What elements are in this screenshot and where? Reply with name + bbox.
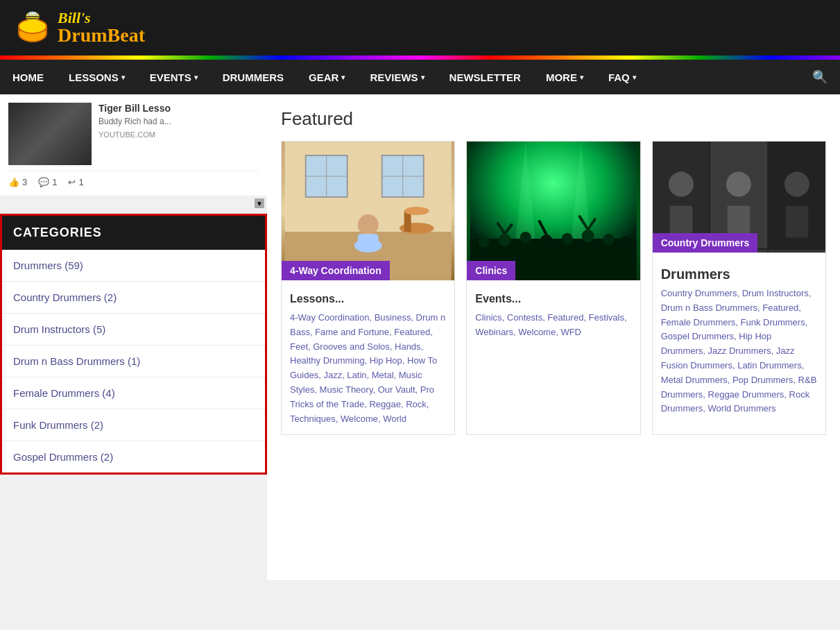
nav-lessons[interactable]: LESSONS ▾ (56, 62, 137, 93)
main-content: Featured (267, 94, 840, 580)
preview-text: Tiger Bill Lesso Buddy Rich had a... YOU… (98, 103, 259, 165)
svg-point-36 (622, 236, 631, 246)
like-button[interactable]: 👍 3 (8, 177, 27, 187)
chevron-down-icon: ▾ (121, 74, 125, 81)
content-wrapper: Tiger Bill Lesso Buddy Rich had a... YOU… (0, 94, 840, 580)
svg-point-19 (358, 214, 379, 235)
logo[interactable]: Bill's DrumBeat (14, 7, 145, 49)
category-item-drum-n-bass[interactable]: Drum n Bass Drummers (1) (2, 346, 265, 377)
categories-list: Drummers (59) Country Drummers (2) Drum … (2, 250, 265, 472)
chevron-down-icon: ▾ (421, 74, 425, 81)
svg-point-49 (785, 172, 809, 197)
collage-cell-2 (710, 142, 767, 248)
nav-gear[interactable]: GEAR ▾ (296, 62, 357, 93)
preview-actions: 👍 3 💬 1 ↩ 1 (8, 171, 259, 187)
svg-point-31 (520, 232, 531, 243)
svg-point-29 (479, 237, 490, 248)
svg-point-46 (726, 172, 751, 197)
categories-box: CATEGORIES Drummers (59) Country Drummer… (0, 214, 267, 475)
collage-cell-6 (769, 250, 825, 253)
nav-newsletter[interactable]: NEWSLETTER (437, 62, 533, 93)
svg-point-34 (582, 230, 594, 242)
svg-point-35 (603, 234, 615, 245)
category-item-funk-drummers[interactable]: Funk Drummers (2) (2, 409, 265, 441)
card-badge-lessons: 4-Way Coordination (282, 261, 390, 280)
card-badge-drummers: Country Drummers (653, 233, 758, 253)
card-image-events: Clinics (467, 142, 640, 280)
preview-card: Tiger Bill Lesso Buddy Rich had a... YOU… (0, 94, 267, 196)
preview-description: Buddy Rich had a... (98, 117, 259, 126)
search-icon: 🔍 (812, 70, 828, 84)
svg-point-30 (499, 234, 511, 246)
featured-card-lessons: 4-Way Coordination Lessons... 4-Way Coor… (281, 141, 455, 435)
logo-text: Bill's DrumBeat (58, 10, 145, 45)
svg-rect-50 (786, 205, 809, 237)
preview-thumbnail (8, 103, 92, 165)
comment-button[interactable]: 💬 1 (38, 177, 57, 187)
card-tags-events: Clinics, Contests, Featured, Festivals, … (475, 311, 631, 340)
sidebar-scroll: ▼ (0, 196, 267, 211)
preview-title: Tiger Bill Lesso (98, 103, 259, 114)
like-icon: 👍 (8, 177, 19, 187)
card-image-lessons: 4-Way Coordination (282, 142, 454, 280)
share-icon: ↩ (68, 177, 76, 187)
nav-more[interactable]: MORE ▾ (533, 62, 596, 93)
collage-cell-1 (653, 142, 710, 248)
nav-events[interactable]: EVENTS ▾ (137, 62, 210, 93)
card-tags-lessons: 4-Way Coordination, Business, Drum n Bas… (290, 311, 446, 426)
scroll-down-arrow[interactable]: ▼ (255, 198, 264, 208)
logo-icon (14, 7, 52, 49)
card-image-drummers: Country Drummers (653, 142, 825, 253)
svg-point-33 (562, 233, 573, 244)
nav-reviews[interactable]: REVIEWS ▾ (357, 62, 436, 93)
collage-cell-3 (769, 142, 825, 248)
preview-source: YOUTUBE.COM (98, 130, 259, 139)
svg-point-21 (354, 239, 382, 253)
comment-icon: 💬 (38, 177, 49, 187)
featured-card-events: Clinics Events... Clinics, Contests, Fea… (466, 141, 640, 435)
nav-home[interactable]: HOME (0, 62, 56, 93)
category-item-drum-instructors[interactable]: Drum Instructors (5) (2, 314, 265, 346)
card-subtitle-events: Events... (475, 293, 631, 305)
chevron-down-icon: ▾ (580, 74, 583, 81)
svg-rect-57 (769, 250, 825, 253)
card-subtitle-lessons: Lessons... (290, 293, 446, 305)
share-button[interactable]: ↩ 1 (68, 177, 83, 187)
card-tags-drummers: Country Drummers, Drum Instructors, Drum… (661, 287, 817, 416)
card-body-events: Events... Clinics, Contests, Featured, F… (467, 280, 640, 348)
category-item-female-drummers[interactable]: Female Drummers (4) (2, 377, 265, 409)
chevron-down-icon: ▾ (633, 74, 636, 81)
chevron-down-icon: ▾ (341, 74, 345, 81)
featured-grid: 4-Way Coordination Lessons... 4-Way Coor… (281, 141, 826, 435)
site-header: Bill's DrumBeat (0, 0, 840, 56)
chevron-down-icon: ▾ (194, 74, 198, 81)
featured-card-drummers: Country Drummers Drummers Country Drumme… (652, 141, 826, 435)
sidebar: Tiger Bill Lesso Buddy Rich had a... YOU… (0, 94, 267, 580)
search-button[interactable]: 🔍 (800, 60, 840, 94)
nav-drummers[interactable]: DRUMMERS (210, 62, 296, 93)
category-item-gospel-drummers[interactable]: Gospel Drummers (2) (2, 441, 265, 472)
categories-header: CATEGORIES (2, 216, 265, 250)
card-subtitle-drummers: Drummers (661, 266, 817, 282)
card-body-drummers: Drummers Country Drummers, Drum Instruct… (653, 253, 825, 425)
featured-title: Featured (281, 108, 826, 130)
category-item-country-drummers[interactable]: Country Drummers (2) (2, 282, 265, 314)
card-badge-events: Clinics (467, 261, 515, 280)
svg-point-24 (404, 207, 429, 215)
nav-faq[interactable]: FAQ ▾ (596, 62, 649, 93)
category-item-drummers[interactable]: Drummers (59) (2, 250, 265, 282)
svg-point-32 (540, 235, 553, 247)
card-body-lessons: Lessons... 4-Way Coordination, Business,… (282, 280, 454, 434)
svg-point-43 (669, 172, 694, 197)
main-nav: HOME LESSONS ▾ EVENTS ▾ DRUMMERS GEAR ▾ … (0, 60, 840, 94)
